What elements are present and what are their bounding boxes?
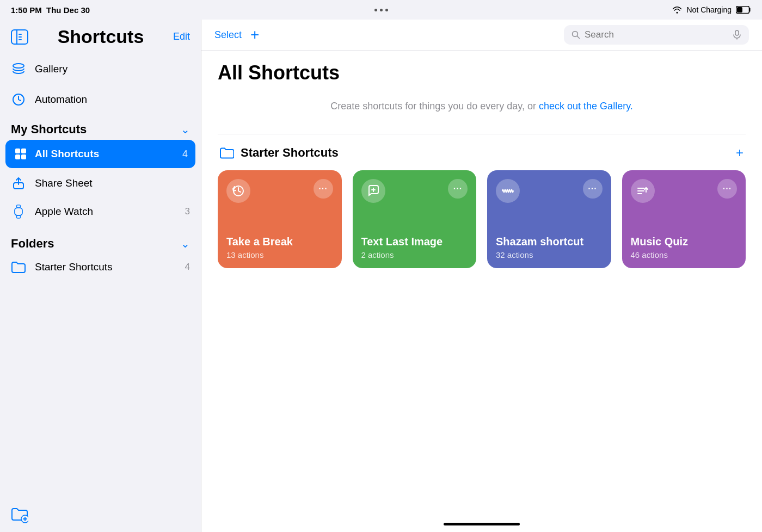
shazam-title: Shazam shortcut (496, 235, 603, 248)
take-a-break-subtitle: 13 actions (226, 250, 333, 259)
take-a-break-icon (226, 179, 250, 203)
svg-rect-12 (21, 154, 26, 159)
sidebar-item-automation[interactable]: Automation (0, 84, 201, 115)
section-title-row: Starter Shortcuts (220, 146, 339, 160)
status-time: 1:50 PM Thu Dec 30 (11, 5, 90, 15)
main-toolbar: Select + (201, 20, 762, 51)
search-input[interactable] (585, 29, 728, 40)
all-shortcuts-badge: 4 (182, 149, 188, 160)
sidebar-header: Shortcuts Edit (0, 20, 201, 52)
folders-chevron[interactable]: ⌄ (181, 237, 190, 250)
empty-message: Create shortcuts for things you do every… (218, 101, 746, 112)
shortcut-card-text-last-image[interactable]: ··· Text Last Image 2 actions (353, 170, 477, 268)
starter-shortcuts-folder-badge: 4 (185, 262, 190, 273)
sidebar-item-gallery[interactable]: Gallery (0, 54, 201, 84)
take-a-break-more-btn[interactable]: ··· (314, 179, 333, 199)
card-top-row-2: ··· (361, 179, 468, 203)
svg-rect-21 (735, 30, 739, 35)
wifi-icon (672, 6, 682, 14)
folders-title: Folders (11, 237, 54, 251)
shazam-more-btn[interactable]: ··· (583, 179, 603, 199)
sidebar-title: Shortcuts (58, 26, 144, 47)
music-quiz-subtitle: 46 actions (631, 250, 738, 259)
my-shortcuts-section-header: My Shortcuts ⌄ (0, 117, 201, 139)
home-bar-container (201, 518, 762, 532)
svg-rect-10 (21, 149, 26, 153)
music-quiz-info: Music Quiz 46 actions (631, 235, 738, 259)
section-folder-icon (220, 147, 234, 159)
folders-section: Folders ⌄ Starter Shortcuts 4 (0, 226, 201, 287)
take-a-break-title: Take a Break (226, 235, 333, 248)
sidebar-toggle-icon[interactable] (11, 29, 28, 45)
main-body: All Shortcuts Create shortcuts for thing… (201, 51, 762, 518)
all-shortcuts-icon (13, 146, 28, 162)
shazam-info: Shazam shortcut 32 actions (496, 235, 603, 259)
starter-shortcuts-folder-icon (11, 259, 26, 275)
svg-rect-1 (737, 7, 742, 13)
starter-shortcuts-section-title: Starter Shortcuts (241, 146, 339, 160)
battery-text: Not Charging (686, 5, 732, 14)
shazam-subtitle: 32 actions (496, 250, 603, 259)
my-shortcuts-chevron[interactable]: ⌄ (181, 123, 190, 136)
add-button[interactable]: + (250, 26, 259, 44)
text-last-image-info: Text Last Image 2 actions (361, 235, 468, 259)
music-quiz-title: Music Quiz (631, 235, 738, 248)
card-top-row: ··· (226, 179, 333, 203)
share-sheet-icon (11, 176, 26, 191)
dot2 (380, 9, 383, 11)
shortcut-card-take-a-break[interactable]: ··· Take a Break 13 actions (218, 170, 342, 268)
sidebar-item-share-sheet[interactable]: Share Sheet (0, 169, 201, 197)
sidebar-item-all-shortcuts[interactable]: All Shortcuts 4 (5, 140, 195, 168)
folders-section-header: Folders ⌄ (0, 231, 201, 253)
home-bar (444, 523, 520, 525)
svg-point-7 (13, 64, 24, 68)
gallery-label: Gallery (35, 63, 67, 75)
search-bar (564, 25, 749, 45)
status-center (374, 9, 388, 11)
my-shortcuts-title: My Shortcuts (11, 122, 87, 137)
gallery-link[interactable]: check out the Gallery. (539, 101, 633, 112)
select-button[interactable]: Select (214, 29, 242, 41)
share-sheet-label: Share Sheet (35, 177, 93, 189)
dot1 (374, 9, 377, 11)
section-divider (218, 134, 746, 134)
status-bar: 1:50 PM Thu Dec 30 Not Charging (0, 0, 762, 20)
sidebar-bottom (0, 497, 201, 532)
app-container: Shortcuts Edit Gallery (0, 20, 762, 532)
shazam-icon (496, 179, 520, 203)
svg-rect-9 (15, 149, 20, 153)
starter-shortcuts-section-header: Starter Shortcuts + (218, 145, 746, 160)
dot3 (385, 9, 388, 11)
main-content: Select + All Shortcuts Create shor (201, 20, 762, 532)
apple-watch-icon (11, 204, 26, 219)
shortcut-card-shazam[interactable]: ··· Shazam shortcut 32 actions (487, 170, 611, 268)
sidebar-item-apple-watch[interactable]: Apple Watch 3 (0, 197, 201, 226)
svg-rect-14 (15, 208, 22, 215)
shortcut-card-music-quiz[interactable]: ··· Music Quiz 46 actions (622, 170, 746, 268)
card-top-row-3: ··· (496, 179, 603, 203)
new-folder-button[interactable] (11, 506, 190, 523)
text-last-image-subtitle: 2 actions (361, 250, 468, 259)
music-quiz-more-btn[interactable]: ··· (717, 179, 737, 199)
edit-button[interactable]: Edit (173, 31, 190, 42)
shortcuts-grid: ··· Take a Break 13 actions (218, 170, 746, 268)
sidebar-nav: Gallery Automation (0, 52, 201, 117)
take-a-break-info: Take a Break 13 actions (226, 235, 333, 259)
sidebar-item-starter-shortcuts[interactable]: Starter Shortcuts 4 (0, 253, 201, 281)
automation-icon (11, 92, 26, 107)
card-top-row-4: ··· (631, 179, 738, 203)
mic-icon[interactable] (733, 30, 741, 40)
automation-label: Automation (35, 94, 87, 106)
section-add-button[interactable]: + (736, 145, 743, 160)
status-right: Not Charging (672, 5, 751, 14)
gallery-icon (11, 61, 26, 77)
search-icon (572, 30, 580, 39)
apple-watch-badge: 3 (185, 206, 190, 217)
page-title: All Shortcuts (218, 61, 746, 84)
text-last-image-more-btn[interactable]: ··· (448, 179, 468, 199)
music-quiz-icon (631, 179, 655, 203)
all-shortcuts-label: All Shortcuts (35, 148, 99, 160)
text-last-image-title: Text Last Image (361, 235, 468, 248)
text-last-image-icon (361, 179, 385, 203)
sidebar: Shortcuts Edit Gallery (0, 20, 201, 532)
